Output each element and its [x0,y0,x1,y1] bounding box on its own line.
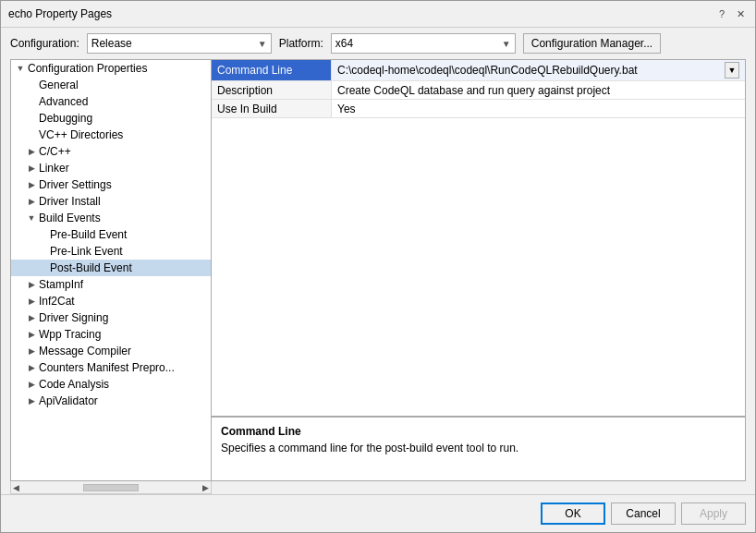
tree-item-general[interactable]: General [11,77,211,93]
tree-item-label: Advanced [39,95,88,108]
expand-icon: ▶ [26,280,37,289]
scroll-right-btn[interactable]: ▶ [202,483,209,492]
prop-value-text: Create CodeQL database and run query aga… [337,84,739,97]
expand-icon: ▶ [26,363,37,372]
expand-icon: ▼ [15,64,26,73]
tree-item-label: Code Analysis [39,378,109,391]
tree-item-counters[interactable]: ▶ Counters Manifest Prepro... [11,359,211,376]
tree-item-label: Driver Signing [39,311,108,324]
tree-item-label: StampInf [39,278,83,291]
property-pages-dialog: echo Property Pages ? ✕ Configuration: R… [0,0,756,533]
tree-item-label: ApiValidator [39,394,98,407]
tree-panel: ▼ Configuration Properties General Advan… [10,59,212,481]
tree-item-api-validator[interactable]: ▶ ApiValidator [11,393,211,409]
tree-item-label: Pre-Link Event [50,245,123,258]
expand-icon: ▼ [26,213,37,223]
apply-button[interactable]: Apply [681,503,746,525]
prop-row-use-in-build: Use In Build Yes [212,100,745,118]
tree-item-driver-install[interactable]: ▶ Driver Install [11,193,211,210]
tree-item-label: Configuration Properties [28,62,147,75]
tree-item-label: Wpp Tracing [39,328,101,341]
tree-item-debugging[interactable]: Debugging [11,110,211,127]
prop-value-text: Yes [337,103,739,115]
main-content: ▼ Configuration Properties General Advan… [1,59,755,481]
tree-item-label: General [39,79,79,91]
scroll-thumb[interactable] [83,484,139,491]
prop-value-command-line[interactable]: C:\codeql-home\codeql\codeql\RunCodeQLRe… [332,60,745,80]
tree-item-label: Driver Install [39,195,101,208]
tree-item-label: Linker [39,162,69,175]
platform-value: x64 [335,37,353,50]
expand-icon: ▶ [26,313,37,322]
tree-item-build-events[interactable]: ▼ Build Events [11,210,211,226]
expand-icon: ▶ [26,396,37,406]
ok-button[interactable]: OK [541,503,605,525]
tree-item-label: Message Compiler [39,345,131,357]
prop-name-label: Command Line [217,64,292,77]
tree-item-inf2cat[interactable]: ▶ Inf2Cat [11,293,211,309]
bottom-bar: OK Cancel Apply [1,494,755,532]
tree-item-linker[interactable]: ▶ Linker [11,160,211,176]
tree-item-label: Build Events [39,212,101,224]
config-value: Release [91,37,132,50]
prop-row-command-line: Command Line C:\codeql-home\codeql\codeq… [212,60,745,81]
help-button[interactable]: ? [714,6,729,21]
prop-value-text: C:\codeql-home\codeql\codeql\RunCodeQLRe… [337,64,725,77]
tree-item-post-build[interactable]: Post-Build Event [11,260,211,276]
title-bar: echo Property Pages ? ✕ [1,1,755,28]
dialog-title: echo Property Pages [8,7,112,20]
prop-value-description[interactable]: Create CodeQL database and run query aga… [332,81,745,99]
close-button[interactable]: ✕ [733,6,748,21]
description-text: Specifies a command line for the post-bu… [221,442,736,454]
config-manager-button[interactable]: Configuration Manager... [523,33,661,54]
description-title: Command Line [221,425,736,438]
properties-panel: Command Line C:\codeql-home\codeql\codeq… [212,59,746,481]
prop-name-use-in-build[interactable]: Use In Build [212,100,332,117]
expand-icon: ▶ [26,346,37,356]
tree-item-msg-compiler[interactable]: ▶ Message Compiler [11,343,211,359]
tree-item-pre-link[interactable]: Pre-Link Event [11,243,211,260]
tree-item-wpp-tracing[interactable]: ▶ Wpp Tracing [11,326,211,343]
tree-item-label: Inf2Cat [39,295,75,308]
expand-icon: ▶ [26,330,37,339]
tree-item-code-analysis[interactable]: ▶ Code Analysis [11,376,211,393]
prop-row-description: Description Create CodeQL database and r… [212,81,745,100]
tree-item-vc-dirs[interactable]: VC++ Directories [11,127,211,143]
platform-dropdown-arrow: ▼ [502,39,511,49]
expand-icon: ▶ [26,147,37,156]
tree-item-cpp[interactable]: ▶ C/C++ [11,143,211,160]
tree-scrollbar[interactable]: ◀ ▶ [10,481,212,494]
config-label: Configuration: [10,37,79,50]
property-grid: Command Line C:\codeql-home\codeql\codeq… [212,60,745,416]
tree-item-advanced[interactable]: Advanced [11,93,211,110]
tree-item-label: C/C++ [39,145,71,158]
tree-item-label: VC++ Directories [39,128,123,141]
prop-name-description[interactable]: Description [212,81,332,99]
prop-name-label: Description [217,84,273,97]
prop-name-command-line[interactable]: Command Line [212,60,332,80]
description-panel: Command Line Specifies a command line fo… [212,416,745,480]
expand-icon: ▶ [26,380,37,389]
tree-item-config-props[interactable]: ▼ Configuration Properties [11,60,211,77]
expand-icon: ▶ [26,197,37,206]
expand-icon: ▶ [26,180,37,189]
prop-dropdown-button[interactable]: ▼ [725,62,739,79]
tree-item-driver-signing[interactable]: ▶ Driver Signing [11,309,211,326]
platform-label: Platform: [279,37,323,50]
tree-item-driver-settings[interactable]: ▶ Driver Settings [11,176,211,193]
tree-item-label: Debugging [39,112,92,125]
prop-value-use-in-build[interactable]: Yes [332,100,745,117]
title-bar-controls: ? ✕ [714,6,748,21]
tree-item-label: Driver Settings [39,178,112,191]
config-row: Configuration: Release ▼ Platform: x64 ▼… [1,28,755,59]
tree-item-pre-build[interactable]: Pre-Build Event [11,226,211,243]
config-dropdown-arrow: ▼ [258,39,267,49]
tree-item-label: Post-Build Event [50,261,132,274]
scroll-left-btn[interactable]: ◀ [13,483,19,492]
tree-item-stampinf[interactable]: ▶ StampInf [11,276,211,293]
platform-select[interactable]: x64 ▼ [331,33,516,54]
prop-name-label: Use In Build [217,103,277,115]
configuration-select[interactable]: Release ▼ [87,33,272,54]
expand-icon: ▶ [26,297,37,306]
cancel-button[interactable]: Cancel [611,503,676,525]
